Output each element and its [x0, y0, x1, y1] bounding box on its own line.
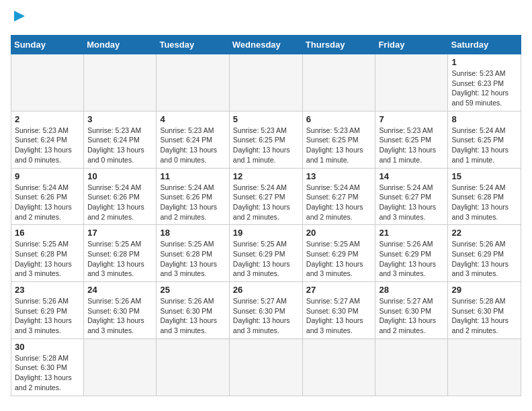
- day-info: Sunrise: 5:23 AMSunset: 6:25 PMDaylight:…: [233, 126, 299, 165]
- day-number: 11: [160, 171, 225, 181]
- day-info: Sunrise: 5:24 AMSunset: 6:27 PMDaylight:…: [306, 183, 372, 222]
- calendar-cell: 13Sunrise: 5:24 AMSunset: 6:27 PMDayligh…: [302, 168, 375, 225]
- day-number: 18: [160, 228, 225, 238]
- day-info: Sunrise: 5:24 AMSunset: 6:28 PMDaylight:…: [451, 183, 517, 222]
- day-info: Sunrise: 5:26 AMSunset: 6:29 PMDaylight:…: [379, 239, 444, 279]
- calendar: SundayMondayTuesdayWednesdayThursdayFrid…: [11, 35, 521, 396]
- day-number: 24: [87, 285, 152, 295]
- calendar-cell: [84, 338, 157, 396]
- day-info: Sunrise: 5:26 AMSunset: 6:30 PMDaylight:…: [87, 296, 152, 336]
- calendar-cell: 25Sunrise: 5:26 AMSunset: 6:30 PMDayligh…: [157, 282, 229, 339]
- calendar-cell: [157, 338, 229, 396]
- day-info: Sunrise: 5:23 AMSunset: 6:24 PMDaylight:…: [160, 126, 225, 165]
- calendar-header-friday: Friday: [375, 36, 448, 54]
- calendar-cell: 22Sunrise: 5:26 AMSunset: 6:29 PMDayligh…: [448, 225, 521, 282]
- day-number: 19: [233, 228, 299, 238]
- calendar-header-wednesday: Wednesday: [229, 36, 302, 54]
- day-number: 21: [379, 228, 444, 238]
- calendar-cell: 9Sunrise: 5:24 AMSunset: 6:26 PMDaylight…: [11, 168, 84, 225]
- day-number: 12: [233, 171, 299, 181]
- calendar-week-3: 9Sunrise: 5:24 AMSunset: 6:26 PMDaylight…: [11, 168, 521, 225]
- day-number: 13: [306, 171, 372, 181]
- day-number: 25: [160, 285, 225, 295]
- calendar-week-6: 30Sunrise: 5:28 AMSunset: 6:30 PMDayligh…: [11, 338, 521, 396]
- day-info: Sunrise: 5:24 AMSunset: 6:25 PMDaylight:…: [451, 126, 517, 165]
- calendar-cell: 11Sunrise: 5:24 AMSunset: 6:26 PMDayligh…: [157, 168, 229, 225]
- calendar-cell: 29Sunrise: 5:28 AMSunset: 6:30 PMDayligh…: [448, 282, 521, 339]
- logo: [11, 11, 26, 30]
- calendar-cell: 8Sunrise: 5:24 AMSunset: 6:25 PMDaylight…: [448, 111, 521, 168]
- day-info: Sunrise: 5:25 AMSunset: 6:28 PMDaylight:…: [15, 239, 80, 279]
- calendar-cell: 23Sunrise: 5:26 AMSunset: 6:29 PMDayligh…: [11, 282, 84, 339]
- calendar-cell: [157, 54, 229, 111]
- day-number: 23: [15, 285, 80, 295]
- calendar-cell: 1Sunrise: 5:23 AMSunset: 6:23 PMDaylight…: [448, 54, 521, 111]
- day-number: 30: [15, 342, 80, 352]
- day-number: 3: [87, 114, 152, 124]
- day-info: Sunrise: 5:24 AMSunset: 6:26 PMDaylight:…: [87, 183, 152, 222]
- calendar-cell: 4Sunrise: 5:23 AMSunset: 6:24 PMDaylight…: [157, 111, 229, 168]
- calendar-week-4: 16Sunrise: 5:25 AMSunset: 6:28 PMDayligh…: [11, 225, 521, 282]
- calendar-cell: 15Sunrise: 5:24 AMSunset: 6:28 PMDayligh…: [448, 168, 521, 225]
- calendar-cell: 30Sunrise: 5:28 AMSunset: 6:30 PMDayligh…: [11, 338, 84, 396]
- day-info: Sunrise: 5:27 AMSunset: 6:30 PMDaylight:…: [306, 296, 372, 336]
- day-number: 1: [451, 57, 517, 67]
- logo-flag-icon: [13, 9, 26, 26]
- calendar-cell: 3Sunrise: 5:23 AMSunset: 6:24 PMDaylight…: [84, 111, 157, 168]
- calendar-cell: 24Sunrise: 5:26 AMSunset: 6:30 PMDayligh…: [84, 282, 157, 339]
- calendar-week-1: 1Sunrise: 5:23 AMSunset: 6:23 PMDaylight…: [11, 54, 521, 111]
- calendar-cell: 21Sunrise: 5:26 AMSunset: 6:29 PMDayligh…: [375, 225, 448, 282]
- day-number: 8: [451, 114, 517, 124]
- day-number: 29: [451, 285, 517, 295]
- day-number: 10: [87, 171, 152, 181]
- day-info: Sunrise: 5:28 AMSunset: 6:30 PMDaylight:…: [15, 353, 80, 393]
- calendar-week-5: 23Sunrise: 5:26 AMSunset: 6:29 PMDayligh…: [11, 282, 521, 339]
- day-number: 14: [379, 171, 444, 181]
- day-number: 6: [306, 114, 372, 124]
- day-number: 27: [306, 285, 372, 295]
- calendar-header-tuesday: Tuesday: [157, 36, 229, 54]
- day-info: Sunrise: 5:26 AMSunset: 6:29 PMDaylight:…: [451, 239, 517, 279]
- day-number: 4: [160, 114, 225, 124]
- calendar-cell: [11, 54, 84, 111]
- day-number: 22: [451, 228, 517, 238]
- calendar-cell: 18Sunrise: 5:25 AMSunset: 6:28 PMDayligh…: [157, 225, 229, 282]
- calendar-cell: 14Sunrise: 5:24 AMSunset: 6:27 PMDayligh…: [375, 168, 448, 225]
- day-info: Sunrise: 5:23 AMSunset: 6:24 PMDaylight:…: [15, 126, 80, 165]
- day-number: 16: [15, 228, 80, 238]
- day-number: 2: [15, 114, 80, 124]
- calendar-cell: 17Sunrise: 5:25 AMSunset: 6:28 PMDayligh…: [84, 225, 157, 282]
- calendar-cell: [375, 338, 448, 396]
- day-info: Sunrise: 5:25 AMSunset: 6:29 PMDaylight:…: [233, 239, 299, 279]
- calendar-cell: 28Sunrise: 5:27 AMSunset: 6:30 PMDayligh…: [375, 282, 448, 339]
- day-info: Sunrise: 5:23 AMSunset: 6:24 PMDaylight:…: [87, 126, 152, 165]
- calendar-week-2: 2Sunrise: 5:23 AMSunset: 6:24 PMDaylight…: [11, 111, 521, 168]
- calendar-cell: [84, 54, 157, 111]
- calendar-cell: 2Sunrise: 5:23 AMSunset: 6:24 PMDaylight…: [11, 111, 84, 168]
- day-number: 15: [451, 171, 517, 181]
- day-info: Sunrise: 5:23 AMSunset: 6:25 PMDaylight:…: [306, 126, 372, 165]
- calendar-cell: 27Sunrise: 5:27 AMSunset: 6:30 PMDayligh…: [302, 282, 375, 339]
- day-number: 9: [15, 171, 80, 181]
- calendar-header-sunday: Sunday: [11, 36, 84, 54]
- calendar-cell: [302, 338, 375, 396]
- day-info: Sunrise: 5:23 AMSunset: 6:25 PMDaylight:…: [379, 126, 444, 165]
- day-info: Sunrise: 5:25 AMSunset: 6:28 PMDaylight:…: [160, 239, 225, 279]
- day-number: 26: [233, 285, 299, 295]
- calendar-cell: 26Sunrise: 5:27 AMSunset: 6:30 PMDayligh…: [229, 282, 302, 339]
- day-info: Sunrise: 5:24 AMSunset: 6:26 PMDaylight:…: [15, 183, 80, 222]
- calendar-cell: 7Sunrise: 5:23 AMSunset: 6:25 PMDaylight…: [375, 111, 448, 168]
- day-info: Sunrise: 5:27 AMSunset: 6:30 PMDaylight:…: [233, 296, 299, 336]
- day-number: 28: [379, 285, 444, 295]
- calendar-header-monday: Monday: [84, 36, 157, 54]
- day-info: Sunrise: 5:25 AMSunset: 6:29 PMDaylight:…: [306, 239, 372, 279]
- header: [11, 11, 521, 30]
- day-number: 7: [379, 114, 444, 124]
- day-info: Sunrise: 5:24 AMSunset: 6:26 PMDaylight:…: [160, 183, 225, 222]
- calendar-cell: 6Sunrise: 5:23 AMSunset: 6:25 PMDaylight…: [302, 111, 375, 168]
- calendar-cell: 20Sunrise: 5:25 AMSunset: 6:29 PMDayligh…: [302, 225, 375, 282]
- day-info: Sunrise: 5:23 AMSunset: 6:23 PMDaylight:…: [451, 68, 517, 108]
- day-info: Sunrise: 5:26 AMSunset: 6:29 PMDaylight:…: [15, 296, 80, 336]
- day-info: Sunrise: 5:25 AMSunset: 6:28 PMDaylight:…: [87, 239, 152, 279]
- calendar-cell: [375, 54, 448, 111]
